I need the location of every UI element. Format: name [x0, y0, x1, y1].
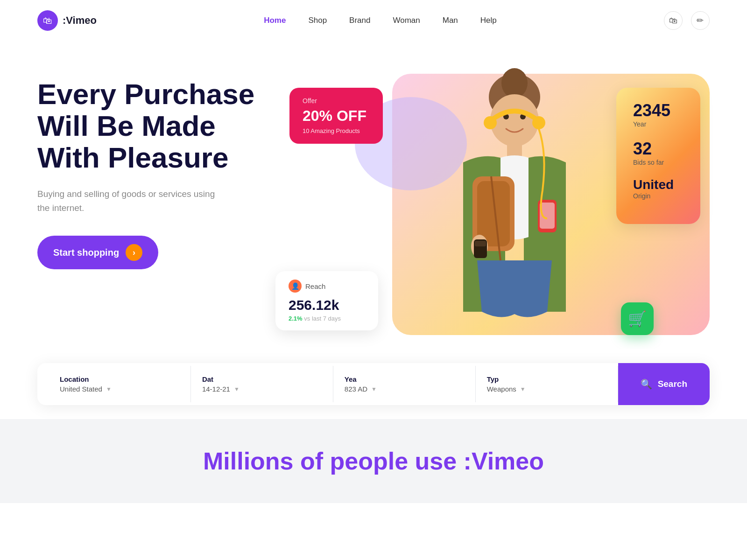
type-value-row[interactable]: Weapons ▼ — [487, 385, 606, 393]
reach-change: 2.1% vs last 7 days — [289, 315, 365, 322]
reach-vs-label: vs last 7 days — [304, 315, 341, 322]
year-value: 823 AD — [345, 385, 367, 393]
year-value-row[interactable]: 823 AD ▼ — [345, 385, 464, 393]
hero-title: Every Purchase Will Be Made With Pleasur… — [37, 78, 261, 174]
location-value: United Stated — [60, 385, 102, 393]
type-field[interactable]: Typ Weapons ▼ — [476, 366, 618, 402]
navbar: 🛍 :Vimeo Home Shop Brand Woman Man Help … — [0, 0, 747, 41]
stat3-value: United — [633, 177, 684, 192]
hero-section: Every Purchase Will Be Made With Pleasur… — [0, 41, 747, 349]
stat2-label: Bids so far — [633, 159, 684, 166]
year-field[interactable]: Yea 823 AD ▼ — [333, 366, 476, 402]
hero-right: Offer 20% OFF 10 Amazing Products — [261, 60, 710, 349]
search-icon: 🔍 — [641, 378, 652, 390]
stat1-label: Year — [633, 120, 684, 128]
bottom-section: Millions of people use :Vimeo — [0, 419, 747, 503]
arrow-icon: › — [126, 244, 142, 261]
logo-icon: 🛍 — [37, 10, 58, 31]
offer-label: Offer — [303, 97, 370, 105]
type-chevron-icon: ▼ — [520, 386, 526, 392]
location-label: Location — [60, 375, 179, 383]
bottom-text-prefix: Millions of people use — [203, 448, 464, 475]
reach-card: 👤 Reach 256.12k 2.1% vs last 7 days — [275, 271, 378, 330]
offer-products: 10 Amazing Products — [303, 127, 370, 134]
bottom-brand-name: :Vimeo — [464, 448, 544, 475]
svg-point-15 — [484, 116, 497, 129]
year-chevron-icon: ▼ — [371, 386, 377, 392]
nav-brand[interactable]: Brand — [349, 16, 370, 25]
svg-point-1 — [501, 68, 528, 98]
reach-positive: 2.1% — [289, 315, 303, 322]
svg-point-2 — [490, 94, 539, 147]
reach-avatar-icon: 👤 — [289, 280, 302, 293]
offer-card: Offer 20% OFF 10 Amazing Products — [289, 88, 383, 144]
hero-left: Every Purchase Will Be Made With Pleasur… — [37, 60, 261, 269]
date-field[interactable]: Dat 14-12-21 ▼ — [191, 366, 333, 402]
reach-value: 256.12k — [289, 297, 365, 313]
hero-subtitle: Buying and selling of goods or services … — [37, 187, 224, 216]
stats-card: 2345 Year 32 Bids so far United Origin — [616, 88, 700, 224]
nav-home[interactable]: Home — [264, 16, 286, 25]
nav-man[interactable]: Man — [443, 16, 458, 25]
nav-shop[interactable]: Shop — [308, 16, 327, 25]
search-label: Search — [658, 379, 687, 389]
start-shopping-label: Start shopping — [53, 247, 119, 258]
location-value-row[interactable]: United Stated ▼ — [60, 385, 179, 393]
edit-button[interactable]: ✏ — [691, 11, 710, 30]
cart-button[interactable]: 🛍 — [664, 11, 683, 30]
brand-name: :Vimeo — [63, 14, 97, 27]
reach-label: Reach — [305, 282, 325, 290]
woman-illustration — [388, 60, 631, 349]
search-section: Location United Stated ▼ Dat 14-12-21 ▼ … — [0, 363, 747, 405]
type-value: Weapons — [487, 385, 516, 393]
stat1-value: 2345 — [633, 101, 684, 120]
search-button[interactable]: 🔍 Search — [618, 363, 710, 405]
date-chevron-icon: ▼ — [234, 386, 240, 392]
date-value-row[interactable]: 14-12-21 ▼ — [202, 385, 322, 393]
stat3-label: Origin — [633, 192, 684, 200]
date-value: 14-12-21 — [202, 385, 230, 393]
year-label: Yea — [345, 375, 464, 383]
reach-header: 👤 Reach — [289, 280, 365, 293]
nav-help[interactable]: Help — [480, 16, 497, 25]
location-chevron-icon: ▼ — [106, 386, 112, 392]
bottom-title: Millions of people use :Vimeo — [37, 447, 710, 475]
cart-float-button[interactable]: 🛒 — [621, 302, 654, 335]
svg-point-16 — [532, 116, 545, 129]
stat2-value: 32 — [633, 139, 684, 159]
nav-icon-area: 🛍 ✏ — [664, 11, 710, 30]
nav-links: Home Shop Brand Woman Man Help — [264, 16, 497, 25]
nav-woman[interactable]: Woman — [393, 16, 420, 25]
type-label: Typ — [487, 375, 606, 383]
date-label: Dat — [202, 375, 322, 383]
location-field[interactable]: Location United Stated ▼ — [49, 366, 191, 402]
logo[interactable]: 🛍 :Vimeo — [37, 10, 97, 31]
start-shopping-button[interactable]: Start shopping › — [37, 236, 158, 269]
offer-percent: 20% OFF — [303, 107, 370, 125]
svg-rect-14 — [475, 241, 486, 246]
search-bar: Location United Stated ▼ Dat 14-12-21 ▼ … — [37, 363, 710, 405]
